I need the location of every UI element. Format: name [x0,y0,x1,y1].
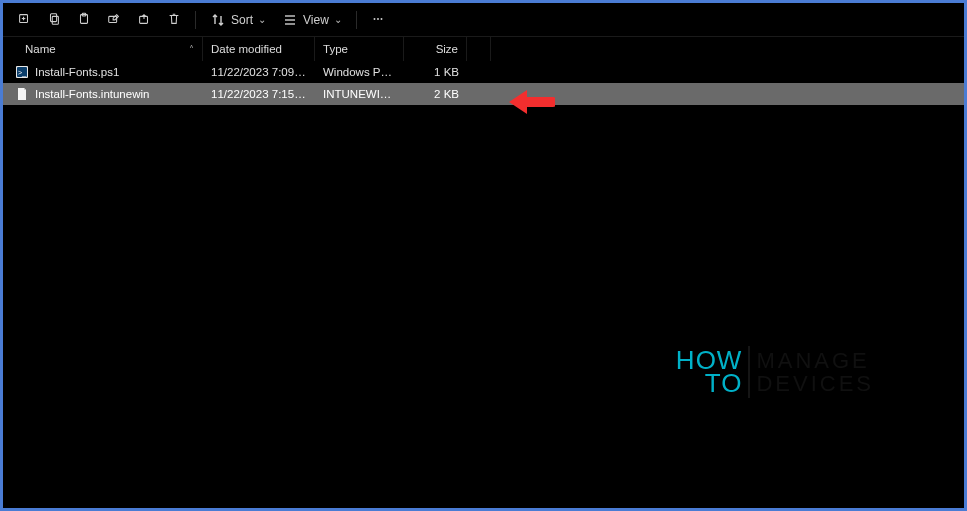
share-icon [137,12,151,28]
trash-icon [167,12,181,28]
sort-label: Sort [231,13,253,27]
paste-button[interactable] [71,7,97,33]
column-header-size[interactable]: Size [404,37,467,61]
file-explorer-window: Sort ⌄ View ⌄ [3,3,964,508]
rename-icon [107,12,121,28]
sort-button[interactable]: Sort ⌄ [204,7,272,33]
toolbar-separator [356,11,357,29]
new-item-button[interactable] [11,7,37,33]
share-button[interactable] [131,7,157,33]
column-header-date[interactable]: Date modified [203,37,315,61]
watermark-left: HOW TO [676,349,743,396]
delete-button[interactable] [161,7,187,33]
column-headers: Name ˄ Date modified Type Size [3,37,964,61]
watermark: HOW TO MANAGE DEVICES [676,346,874,398]
column-header-spare[interactable] [467,37,491,61]
ps1-file-icon: >_ [15,65,29,79]
chevron-down-icon: ⌄ [334,14,342,25]
svg-point-12 [373,18,375,20]
view-icon [282,12,298,28]
sort-icon [210,12,226,28]
file-type: INTUNEWIN File [315,88,404,100]
file-list: >_ Install-Fonts.ps1 11/22/2023 7:09 PM … [3,61,964,105]
svg-rect-4 [52,16,58,24]
new-icon [17,12,31,28]
rename-button[interactable] [101,7,127,33]
paste-icon [77,12,91,28]
more-icon [371,12,385,28]
column-header-name[interactable]: Name ˄ [3,37,203,61]
file-date: 11/22/2023 7:09 PM [203,66,315,78]
toolbar: Sort ⌄ View ⌄ [3,3,964,37]
copy-icon [47,12,61,28]
file-type: Windows PowerS... [315,66,404,78]
svg-text:>_: >_ [18,69,26,77]
blank-file-icon [15,87,29,101]
file-row[interactable]: >_ Install-Fonts.ps1 11/22/2023 7:09 PM … [3,61,964,83]
svg-rect-3 [51,13,57,21]
svg-point-13 [377,18,379,20]
file-row[interactable]: Install-Fonts.intunewin 11/22/2023 7:15 … [3,83,964,105]
svg-point-14 [380,18,382,20]
view-label: View [303,13,329,27]
file-size: 2 KB [404,88,467,100]
column-header-type[interactable]: Type [315,37,404,61]
toolbar-separator [195,11,196,29]
copy-button[interactable] [41,7,67,33]
sort-indicator-icon: ˄ [189,44,194,55]
file-size: 1 KB [404,66,467,78]
watermark-divider [748,346,750,398]
file-name: Install-Fonts.intunewin [35,88,149,100]
file-date: 11/22/2023 7:15 PM [203,88,315,100]
more-button[interactable] [365,7,391,33]
view-button[interactable]: View ⌄ [276,7,348,33]
file-name: Install-Fonts.ps1 [35,66,119,78]
chevron-down-icon: ⌄ [258,14,266,25]
watermark-right: MANAGE DEVICES [756,349,874,395]
